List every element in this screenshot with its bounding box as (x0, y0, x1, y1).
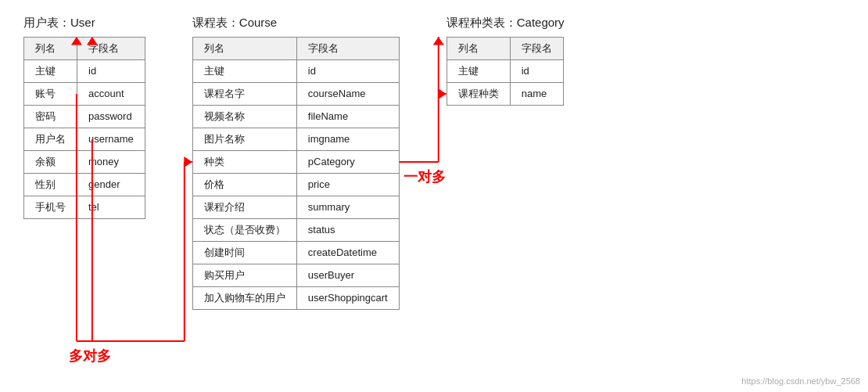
svg-text:多对多: 多对多 (69, 348, 111, 364)
table-cell: 主键 (447, 60, 510, 83)
user-col-header-0: 列名 (24, 38, 77, 60)
course-table-title: 课程表：Course (192, 16, 277, 31)
table-cell: 课程介绍 (192, 196, 296, 219)
user-col-header-1: 字段名 (77, 38, 145, 60)
table-cell: 余额 (24, 151, 77, 174)
user-table-section: 用户表：User 列名 字段名 主键id账号account密码password用… (23, 16, 145, 219)
table-cell: 状态（是否收费） (192, 219, 296, 242)
table-cell: 密码 (24, 106, 77, 128)
table-cell: courseName (296, 83, 399, 106)
watermark: https://blog.csdn.net/ybw_2568 (741, 376, 860, 386)
table-cell: 性别 (24, 174, 77, 196)
table-cell: 主键 (192, 60, 296, 83)
table-cell: 用户名 (24, 128, 77, 151)
table-cell: createDatetime (296, 242, 399, 264)
table-cell: username (77, 128, 145, 151)
table-cell: 课程名字 (192, 83, 296, 106)
category-col-header-1: 字段名 (510, 38, 563, 60)
table-cell: id (296, 60, 399, 83)
table-cell: money (77, 151, 145, 174)
user-table-title: 用户表：User (23, 16, 95, 31)
table-cell: userShoppingcart (296, 287, 399, 310)
table-cell: password (77, 106, 145, 128)
table-cell: 图片名称 (192, 128, 296, 151)
table-cell: status (296, 219, 399, 242)
category-table: 列名 字段名 主键id课程种类name (447, 37, 564, 106)
table-cell: 手机号 (24, 196, 77, 219)
table-cell: gender (77, 174, 145, 196)
table-cell: summary (296, 196, 399, 219)
table-cell: fileName (296, 106, 399, 128)
category-col-header-0: 列名 (447, 38, 510, 60)
table-cell: account (77, 83, 145, 106)
table-cell: tel (77, 196, 145, 219)
table-cell: imgname (296, 128, 399, 151)
table-cell: 购买用户 (192, 264, 296, 287)
course-col-header-1: 字段名 (296, 38, 399, 60)
user-table: 列名 字段名 主键id账号account密码password用户名usernam… (23, 37, 145, 219)
table-cell: price (296, 174, 399, 196)
table-cell: userBuyer (296, 264, 399, 287)
table-cell: id (510, 60, 563, 83)
table-cell: 价格 (192, 174, 296, 196)
table-cell: pCategory (296, 151, 399, 174)
course-table: 列名 字段名 主键id课程名字courseName视频名称fileName图片名… (192, 37, 400, 310)
category-table-title: 课程种类表：Category (447, 16, 565, 31)
table-cell: 账号 (24, 83, 77, 106)
table-cell: 课程种类 (447, 83, 510, 106)
table-cell: 种类 (192, 151, 296, 174)
table-cell: id (77, 60, 145, 83)
table-cell: name (510, 83, 563, 106)
table-cell: 加入购物车的用户 (192, 287, 296, 310)
category-table-section: 课程种类表：Category 列名 字段名 主键id课程种类name (447, 16, 565, 106)
table-cell: 视频名称 (192, 106, 296, 128)
table-cell: 主键 (24, 60, 77, 83)
table-cell: 创建时间 (192, 242, 296, 264)
course-table-section: 课程表：Course 列名 字段名 主键id课程名字courseName视频名称… (192, 16, 400, 310)
course-col-header-0: 列名 (192, 38, 296, 60)
